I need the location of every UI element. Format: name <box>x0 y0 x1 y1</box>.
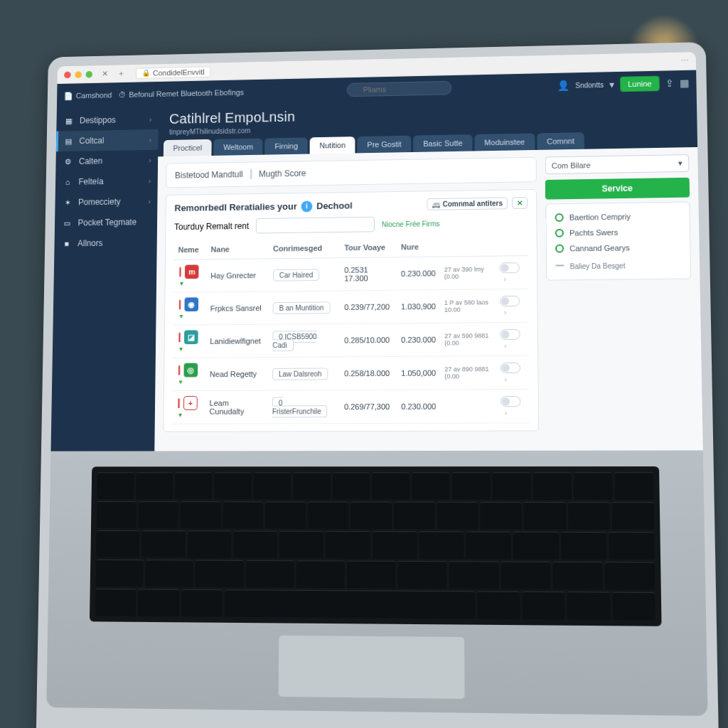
tab-weltoom[interactable]: Weltoom <box>214 139 263 156</box>
col-conrimesged[interactable]: Conrimesged <box>269 238 340 259</box>
row-tag-button[interactable]: Car Haired <box>273 269 319 281</box>
gear-icon: ⚙ <box>63 156 74 167</box>
option-row[interactable]: Baertion Cempriy <box>553 208 682 225</box>
chevron-right-icon[interactable]: › <box>504 341 507 349</box>
sidebar-item-pomecciety[interactable]: ✶Pomecciety› <box>55 191 157 213</box>
row-toggle[interactable] <box>499 295 519 306</box>
radio-icon <box>555 245 564 253</box>
row-tag-button[interactable]: Law Dalsreoh <box>272 368 328 380</box>
sidebar-item-felteia[interactable]: ⌂Felteía› <box>55 171 158 193</box>
table-row[interactable]: ┃ ◎▾Nead RegettyLaw Dalsreoh0.258/18.000… <box>173 355 530 391</box>
chevron-right-icon: › <box>149 198 151 205</box>
tab-basic-sutte[interactable]: Basic Sutte <box>413 134 472 152</box>
tab-nutition[interactable]: Nutition <box>310 136 355 154</box>
chevron-right-icon[interactable]: › <box>505 408 508 417</box>
close-icon: ✕ <box>517 199 523 207</box>
chip-comment[interactable]: 🚐Comnmal antiters <box>427 197 508 210</box>
caret-down-icon: ▾ <box>180 312 183 320</box>
breadcrumb[interactable]: 📄 Camshond <box>64 90 112 100</box>
score-panel: Bistetood Mandtull ┃ Mugth Score <box>166 157 537 188</box>
chip-label: Comnmal antiters <box>443 200 503 208</box>
sidebar-item-destippos[interactable]: ▦Destippos› <box>56 109 159 131</box>
chevron-right-icon: › <box>149 156 151 164</box>
separator-icon: ┃ <box>248 169 253 179</box>
chevron-right-icon[interactable]: › <box>504 375 507 383</box>
sidebar-item-label: Calten <box>79 156 102 166</box>
row-type-icon: ◎ <box>184 363 198 378</box>
window-zoom-icon[interactable] <box>85 70 92 77</box>
search-wrap: 🔍 <box>347 81 452 97</box>
sidebar-item-calten[interactable]: ⚙Calten› <box>55 150 158 172</box>
keyboard <box>90 466 662 626</box>
score-label-b: Mugth Score <box>259 168 306 179</box>
row-tag-button[interactable]: B an Muntition <box>273 301 331 314</box>
option-label: Cannand Gearys <box>569 243 630 252</box>
chevron-right-icon[interactable]: › <box>504 307 507 316</box>
lock-icon: 🔒 <box>142 69 151 77</box>
col-neme[interactable]: Neme <box>174 240 207 259</box>
sidebar-item-pocket-tegmate[interactable]: ▭Pocket Tegmate <box>55 211 157 233</box>
filter-label: Tourduy Remalt rent <box>174 221 249 232</box>
col-tour-voaye[interactable]: Tour Voaye <box>340 237 397 258</box>
table-row[interactable]: ┃ ◉▾Frpkcs SansrelB an Muntition0.239/77… <box>173 289 529 325</box>
grid-icon: ▤ <box>63 136 73 147</box>
tab-firning[interactable]: Firning <box>265 137 308 154</box>
header-cta-button[interactable]: Lunine <box>620 76 660 92</box>
card-icon: ▦ <box>63 115 74 127</box>
table-row[interactable]: ┃ m▾Hay GnrecterCar Haired0.2531 17.3000… <box>173 256 528 293</box>
row-toggle[interactable] <box>500 328 520 339</box>
row-value-1: 0.269/77,300 <box>340 390 397 423</box>
row-name: Lanidiewlfignet <box>205 324 268 358</box>
row-toggle[interactable] <box>499 262 519 273</box>
info-icon[interactable]: i <box>301 200 313 212</box>
table-row[interactable]: ┃ ◪▾Lanidiewlfignet0 ICSB5900 Cadi0.285/… <box>173 322 529 358</box>
options-panel: Baertion Cempriy Pachts Swers Cannand Ge… <box>545 202 691 281</box>
col-nure[interactable]: Nure <box>397 237 440 257</box>
tab-moduinstee[interactable]: Moduinstee <box>474 133 535 151</box>
radio-icon <box>555 229 564 237</box>
home-icon: ⌂ <box>62 176 73 188</box>
tab-procticel[interactable]: Procticel <box>164 139 212 156</box>
option-row[interactable]: Cannand Gearys <box>554 240 682 257</box>
col-nane[interactable]: Nane <box>207 239 269 259</box>
user-icon[interactable]: 👤 <box>557 80 569 91</box>
filter-input[interactable] <box>256 217 375 234</box>
global-search-input[interactable] <box>347 81 452 97</box>
tab-close-icon[interactable]: ✕ <box>102 70 108 79</box>
filter-select[interactable]: Com Bilare ▾ <box>545 154 690 174</box>
option-row[interactable]: Pachts Swers <box>554 224 682 241</box>
row-toggle[interactable] <box>500 396 520 407</box>
browser-menu-icon[interactable]: ⋯ <box>680 56 688 65</box>
sidebar-item-label: Destippos <box>80 115 116 125</box>
caret-down-icon: ▾ <box>180 279 183 287</box>
address-bar[interactable]: 🔒 CondidelEnvvitl <box>136 66 211 79</box>
screen: ✕ ＋ 🔒 CondidelEnvvitl ⋯ 📄 Camshond ⏱ Bef… <box>50 52 702 451</box>
row-value-2: 0.230.000 <box>397 257 440 290</box>
reco-panel: Remonrbedl Reratialies your i Dechool 🚐C… <box>163 189 539 432</box>
row-value-2: 0.230.000 <box>397 390 440 423</box>
tab-comnnt[interactable]: Comnnt <box>537 132 584 150</box>
chevron-down-icon[interactable]: ▾ <box>609 79 614 90</box>
grid-icon[interactable]: ▦ <box>680 77 689 89</box>
row-meta <box>440 390 496 424</box>
row-tag-button[interactable]: 0 FristerFrunchile <box>272 397 328 418</box>
new-tab-icon[interactable]: ＋ <box>117 68 125 78</box>
sidebar-item-label: Pocket Tegmate <box>77 218 136 228</box>
filter-hint: Niocne Frée Firms <box>382 220 440 228</box>
service-button[interactable]: Service <box>545 178 690 200</box>
window-close-icon[interactable] <box>64 71 71 78</box>
chevron-down-icon: ▾ <box>678 159 682 168</box>
chip-close[interactable]: ✕ <box>512 197 528 209</box>
share-icon[interactable]: ⇪ <box>665 77 674 89</box>
sidebar-item-allnors[interactable]: ■Allnors <box>54 232 157 254</box>
breadcrumb-label: Befonul Remet Bluetooth Ebofings <box>129 88 244 99</box>
window-minimize-icon[interactable] <box>75 71 82 78</box>
row-tag-button[interactable]: 0 ICSB5900 Cadi <box>272 331 316 351</box>
table-row[interactable]: ┃ +▾Leam Cunudalty0 FristerFrunchile0.26… <box>172 389 530 424</box>
sidebar-item-coltcal[interactable]: ▤Coltcal› <box>56 129 159 151</box>
row-toggle[interactable] <box>500 362 520 373</box>
breadcrumb[interactable]: ⏱ Befonul Remet Bluetooth Ebofings <box>119 88 244 99</box>
tab-pre-gostit[interactable]: Pre Gostit <box>358 136 412 154</box>
sidebar-item-label: Pomecciety <box>78 197 121 207</box>
chevron-right-icon[interactable]: › <box>503 274 506 283</box>
